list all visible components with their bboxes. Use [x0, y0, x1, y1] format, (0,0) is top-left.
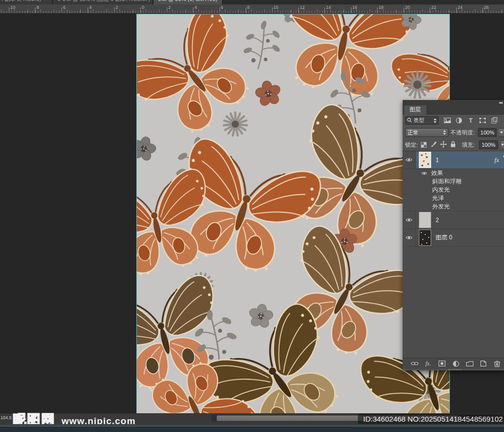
- layer-visibility-toggle[interactable]: [403, 151, 416, 168]
- layer-thumbnail[interactable]: [419, 212, 431, 228]
- lock-all-icon[interactable]: [450, 141, 456, 149]
- effect-outer-glow[interactable]: 外发光: [403, 202, 504, 211]
- layers-panel: ◂◂ 图层 类型 T: [403, 100, 504, 370]
- effects-header-row[interactable]: 效果: [403, 169, 504, 177]
- new-layer-icon[interactable]: [479, 360, 487, 367]
- layer-name[interactable]: 1: [436, 157, 439, 164]
- tab-label: 9.tif @ 25% (1, CMYK/8) *: [158, 0, 221, 2]
- layers-list: 1 fx ▲ 效果 斜面和浮雕 内发光 光泽 外发光 2: [403, 151, 504, 358]
- layer-row-1[interactable]: 1 fx ▲: [403, 151, 504, 169]
- layer-visibility-toggle[interactable]: [403, 229, 416, 246]
- lock-transparency-icon[interactable]: [421, 142, 427, 148]
- new-adjustment-layer-icon[interactable]: [452, 360, 460, 367]
- blend-mode-select[interactable]: 正常: [405, 128, 448, 137]
- layer-visibility-toggle[interactable]: [403, 211, 416, 229]
- lock-paint-brush-icon[interactable]: [430, 141, 437, 149]
- add-layer-mask-icon[interactable]: [438, 360, 446, 367]
- filter-text-layers-icon[interactable]: T: [467, 117, 474, 124]
- filter-adjustment-layers-icon[interactable]: [455, 117, 463, 124]
- fill-label: 填充:: [462, 141, 474, 149]
- effect-inner-glow[interactable]: 内发光: [403, 186, 504, 194]
- panel-tab-row: 图层: [403, 105, 504, 115]
- filter-icon-group: T: [443, 117, 498, 124]
- blend-mode-value: 正常: [408, 129, 441, 136]
- filter-smart-objects-icon[interactable]: [491, 117, 498, 124]
- lock-row: 锁定: 填充: 100%: [403, 139, 504, 151]
- lock-icon-group: [421, 141, 456, 149]
- image-id-badge: ID:34602468 NO:20250514184548569102: [358, 414, 504, 424]
- document-tab-bar: 4 副本 2, RGB/8) × 8-1.tif @ 12.5% (图层 0 副…: [0, 0, 504, 4]
- opacity-dropdown-icon[interactable]: [499, 128, 504, 137]
- fill-value[interactable]: 100%: [479, 140, 498, 149]
- effect-name: 光泽: [432, 194, 444, 202]
- taskbar-edge: [0, 424, 504, 432]
- status-left-text: 104.5: [0, 415, 12, 420]
- layer-thumbnail[interactable]: [419, 230, 431, 246]
- layer-row-2[interactable]: 2: [403, 211, 504, 229]
- effect-name: 外发光: [432, 202, 450, 211]
- opacity-label: 不透明度:: [450, 129, 474, 136]
- effect-bevel-emboss[interactable]: 斜面和浮雕: [403, 177, 504, 186]
- collapse-panels-icon[interactable]: ◂◂: [499, 100, 502, 105]
- layer-thumbnail[interactable]: [419, 152, 431, 168]
- spinner-icon: [443, 130, 446, 135]
- fill-dropdown-icon[interactable]: [501, 140, 504, 149]
- new-group-icon[interactable]: [466, 360, 473, 367]
- horizontal-ruler: 10864202468101214161820222426: [0, 4, 504, 14]
- lock-label: 锁定:: [405, 141, 418, 149]
- layer-style-icon[interactable]: fx.: [424, 360, 432, 367]
- effect-name: 内发光: [432, 186, 450, 194]
- tab-label: 4 副本 2, RGB/8): [0, 0, 41, 3]
- opacity-value[interactable]: 100%: [478, 128, 497, 137]
- effect-name: 斜面和浮雕: [432, 177, 462, 186]
- filter-pixel-layers-icon[interactable]: [443, 117, 451, 124]
- layers-panel-footer: fx.: [403, 358, 504, 369]
- tab-close-icon[interactable]: ×: [45, 0, 48, 2]
- effects-label: 效果: [431, 169, 443, 177]
- link-layers-icon[interactable]: [410, 360, 418, 367]
- delete-layer-icon[interactable]: [493, 360, 501, 367]
- layer-name[interactable]: 2: [436, 217, 439, 224]
- search-icon: [407, 117, 412, 124]
- layer-row-0[interactable]: 图层 0: [403, 229, 504, 247]
- spinner-icon: [434, 118, 437, 123]
- layer-name[interactable]: 图层 0: [436, 233, 452, 242]
- panel-header-strip: ◂◂: [403, 100, 504, 105]
- document-tab-1[interactable]: 4 副本 2, RGB/8) ×: [0, 0, 53, 4]
- filter-shape-layers-icon[interactable]: [479, 117, 486, 124]
- document-tab-3-active[interactable]: 9.tif @ 25% (1, CMYK/8) * ×: [154, 0, 223, 4]
- blend-mode-row: 正常 不透明度: 100%: [403, 126, 504, 139]
- document-tab-2[interactable]: 8-1.tif @ 12.5% (图层 0 副本, RGB/8#) ×: [53, 0, 154, 4]
- scroll-up-arrow-icon[interactable]: ▲: [502, 154, 504, 158]
- layer-filter-row: 类型 T: [403, 115, 504, 126]
- filter-type-label: 类型: [413, 117, 431, 124]
- layers-panel-tab[interactable]: 图层: [404, 105, 426, 115]
- status-bar: 104.5 昵图网 www.nipic.com ID:34602468 NO:2…: [0, 413, 504, 424]
- effect-satin[interactable]: 光泽: [403, 194, 504, 202]
- filter-type-dropdown[interactable]: 类型: [405, 116, 439, 125]
- tab-label: 8-1.tif @ 12.5% (图层 0 副本, RGB/8#): [58, 0, 150, 3]
- lock-position-icon[interactable]: [440, 141, 447, 149]
